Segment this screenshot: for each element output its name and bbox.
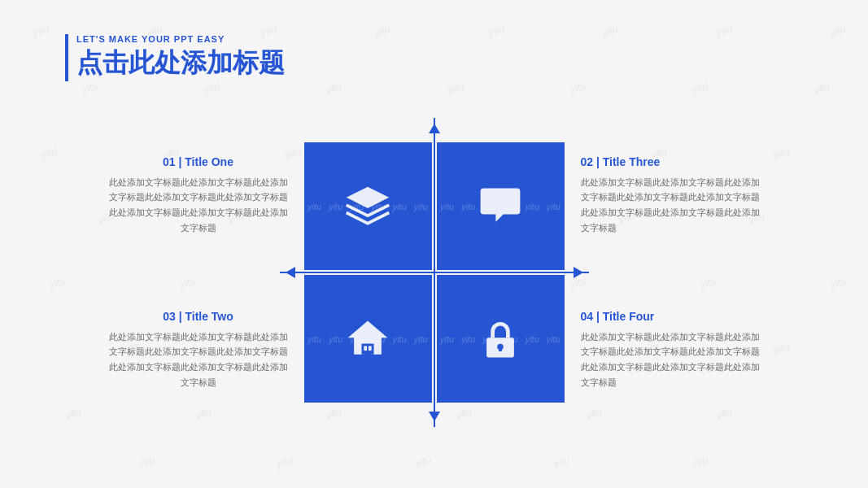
quadrant-3-box: yituyituyitu yituyituyitu [304,275,432,403]
chat-icon [476,182,525,231]
q3-desc: 此处添加文字标题此处添加文字标题此处添加文字标题此处添加文字标题此处添加文字标题… [109,329,288,390]
quadrant-1-box: yituyituyitu yituyituyitu [304,142,432,270]
svg-rect-0 [362,343,374,354]
header-title: 点击此处添加标题 [76,46,285,81]
svg-rect-5 [499,346,502,351]
q1-label: 01 | Title One [109,155,288,168]
right-side-panel: 02 | Title Three 此处添加文字标题此处添加文字标题此处添加文字标… [581,130,760,415]
left-side-panel: 01 | Title One 此处添加文字标题此处添加文字标题此处添加文字标题此… [109,130,288,415]
quadrant-3-text: 03 | Title Two 此处添加文字标题此处添加文字标题此处添加文字标题此… [109,285,288,415]
vertical-arrow [434,118,435,427]
q2-label: 02 | Title Three [581,155,760,168]
layers-icon [343,182,392,231]
q1-desc: 此处添加文字标题此处添加文字标题此处添加文字标题此处添加文字标题此处添加文字标题… [109,175,288,236]
house-icon [343,315,392,364]
main-content: 01 | Title One 此处添加文字标题此处添加文字标题此处添加文字标题此… [49,106,819,439]
quadrant-4-text: 04 | Title Four 此处添加文字标题此处添加文字标题此处添加文字标题… [581,285,760,415]
quadrant-2-text: 02 | Title Three 此处添加文字标题此处添加文字标题此处添加文字标… [581,130,760,260]
header: LET'S MAKE YOUR PPT EASY 点击此处添加标题 [65,34,285,81]
quadrant-2-box: yituyituyitu yituyituyitu [437,142,565,270]
q4-label: 04 | Title Four [581,310,760,323]
diagram-center: yituyituyitu yituyituyitu yituyituyitu y… [304,142,565,403]
svg-rect-2 [369,346,372,351]
quadrant-1-text: 01 | Title One 此处添加文字标题此处添加文字标题此处添加文字标题此… [109,130,288,260]
header-subtitle: LET'S MAKE YOUR PPT EASY [76,34,285,44]
lock-icon [476,315,525,364]
q4-desc: 此处添加文字标题此处添加文字标题此处添加文字标题此处添加文字标题此处添加文字标题… [581,329,760,390]
svg-rect-1 [364,346,367,351]
q2-desc: 此处添加文字标题此处添加文字标题此处添加文字标题此处添加文字标题此处添加文字标题… [581,175,760,236]
q3-label: 03 | Title Two [109,310,288,323]
quadrant-4-box: yituyituyitu yituyituyitu [437,275,565,403]
